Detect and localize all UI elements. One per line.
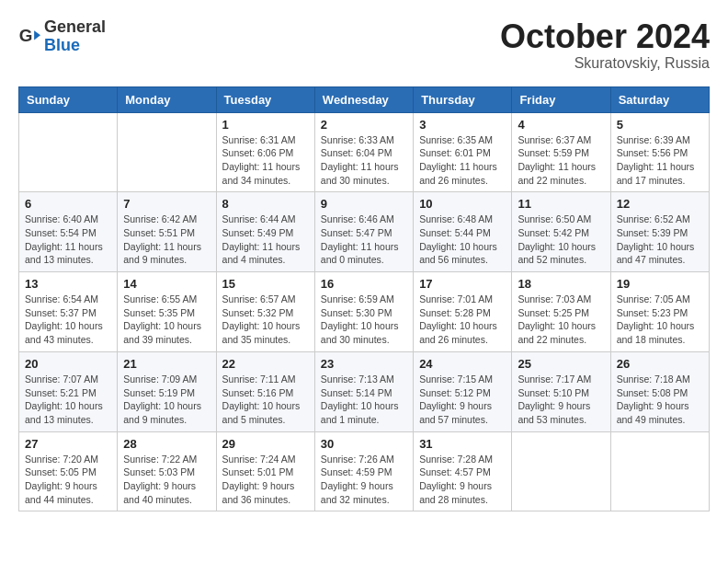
day-info: Sunrise: 7:03 AMSunset: 5:25 PMDaylight:… <box>518 293 604 347</box>
week-row-5: 27Sunrise: 7:20 AMSunset: 5:05 PMDayligh… <box>19 431 710 511</box>
month-title: October 2024 <box>500 18 710 55</box>
logo-general-text: General <box>44 18 106 37</box>
day-info: Sunrise: 6:40 AMSunset: 5:54 PMDaylight:… <box>25 213 111 267</box>
calendar-cell: 15Sunrise: 6:57 AMSunset: 5:32 PMDayligh… <box>216 272 314 352</box>
calendar-cell <box>610 431 709 511</box>
day-info: Sunrise: 6:57 AMSunset: 5:32 PMDaylight:… <box>222 293 309 347</box>
calendar-cell: 25Sunrise: 7:17 AMSunset: 5:10 PMDayligh… <box>512 351 610 431</box>
week-row-4: 20Sunrise: 7:07 AMSunset: 5:21 PMDayligh… <box>19 351 710 431</box>
week-row-2: 6Sunrise: 6:40 AMSunset: 5:54 PMDaylight… <box>19 192 710 272</box>
logo-blue-text: Blue <box>44 37 106 55</box>
day-number: 22 <box>222 357 309 371</box>
day-number: 23 <box>321 357 407 371</box>
day-number: 12 <box>617 197 703 211</box>
day-number: 19 <box>617 277 703 291</box>
calendar-cell: 6Sunrise: 6:40 AMSunset: 5:54 PMDaylight… <box>19 192 118 272</box>
col-monday: Monday <box>118 86 216 112</box>
day-info: Sunrise: 7:11 AMSunset: 5:16 PMDaylight:… <box>222 373 309 427</box>
day-info: Sunrise: 6:37 AMSunset: 5:59 PMDaylight:… <box>518 133 604 188</box>
day-info: Sunrise: 7:22 AMSunset: 5:03 PMDaylight:… <box>123 453 210 507</box>
day-number: 16 <box>321 277 407 291</box>
col-wednesday: Wednesday <box>314 86 413 112</box>
day-info: Sunrise: 7:15 AMSunset: 5:12 PMDaylight:… <box>419 373 506 427</box>
day-number: 25 <box>518 357 604 371</box>
page-header: G General Blue October 2024 Skuratovskiy… <box>18 18 710 72</box>
calendar-cell: 27Sunrise: 7:20 AMSunset: 5:05 PMDayligh… <box>19 431 118 511</box>
calendar-cell: 19Sunrise: 7:05 AMSunset: 5:23 PMDayligh… <box>610 272 709 352</box>
day-number: 3 <box>419 118 506 132</box>
calendar-cell: 8Sunrise: 6:44 AMSunset: 5:49 PMDaylight… <box>216 192 314 272</box>
col-sunday: Sunday <box>19 86 118 112</box>
day-info: Sunrise: 6:39 AMSunset: 5:56 PMDaylight:… <box>617 133 703 188</box>
day-number: 14 <box>123 277 210 291</box>
day-info: Sunrise: 6:44 AMSunset: 5:49 PMDaylight:… <box>222 213 309 267</box>
day-number: 4 <box>518 118 604 132</box>
day-number: 15 <box>222 277 309 291</box>
day-info: Sunrise: 6:59 AMSunset: 5:30 PMDaylight:… <box>321 293 407 347</box>
day-number: 24 <box>419 357 506 371</box>
calendar-cell: 1Sunrise: 6:31 AMSunset: 6:06 PMDaylight… <box>216 112 314 192</box>
svg-text:G: G <box>19 26 33 45</box>
calendar-cell: 23Sunrise: 7:13 AMSunset: 5:14 PMDayligh… <box>314 351 413 431</box>
calendar-table: Sunday Monday Tuesday Wednesday Thursday… <box>18 86 710 512</box>
calendar-cell: 10Sunrise: 6:48 AMSunset: 5:44 PMDayligh… <box>414 192 512 272</box>
calendar-cell: 2Sunrise: 6:33 AMSunset: 6:04 PMDaylight… <box>314 112 413 192</box>
calendar-cell: 26Sunrise: 7:18 AMSunset: 5:08 PMDayligh… <box>610 351 709 431</box>
day-info: Sunrise: 7:05 AMSunset: 5:23 PMDaylight:… <box>617 293 703 347</box>
day-number: 18 <box>518 277 604 291</box>
calendar-cell: 5Sunrise: 6:39 AMSunset: 5:56 PMDaylight… <box>610 112 709 192</box>
logo-icon: G <box>18 26 40 48</box>
calendar-cell <box>512 431 610 511</box>
day-info: Sunrise: 6:35 AMSunset: 6:01 PMDaylight:… <box>419 133 506 188</box>
day-number: 13 <box>25 277 111 291</box>
day-number: 7 <box>123 197 210 211</box>
calendar-cell: 18Sunrise: 7:03 AMSunset: 5:25 PMDayligh… <box>512 272 610 352</box>
day-number: 21 <box>123 357 210 371</box>
day-number: 27 <box>25 437 111 451</box>
calendar-cell: 3Sunrise: 6:35 AMSunset: 6:01 PMDaylight… <box>414 112 512 192</box>
logo: G General Blue <box>18 18 106 55</box>
day-info: Sunrise: 6:55 AMSunset: 5:35 PMDaylight:… <box>123 293 210 347</box>
day-info: Sunrise: 7:13 AMSunset: 5:14 PMDaylight:… <box>321 373 407 427</box>
day-info: Sunrise: 6:48 AMSunset: 5:44 PMDaylight:… <box>419 213 506 267</box>
col-tuesday: Tuesday <box>216 86 314 112</box>
day-info: Sunrise: 7:18 AMSunset: 5:08 PMDaylight:… <box>617 373 703 427</box>
day-info: Sunrise: 7:01 AMSunset: 5:28 PMDaylight:… <box>419 293 506 347</box>
day-number: 30 <box>321 437 407 451</box>
day-number: 10 <box>419 197 506 211</box>
svg-marker-2 <box>34 30 40 40</box>
calendar-cell: 21Sunrise: 7:09 AMSunset: 5:19 PMDayligh… <box>118 351 216 431</box>
calendar-cell: 13Sunrise: 6:54 AMSunset: 5:37 PMDayligh… <box>19 272 118 352</box>
day-number: 20 <box>25 357 111 371</box>
day-info: Sunrise: 7:07 AMSunset: 5:21 PMDaylight:… <box>25 373 111 427</box>
day-info: Sunrise: 7:24 AMSunset: 5:01 PMDaylight:… <box>222 453 309 507</box>
header-row: Sunday Monday Tuesday Wednesday Thursday… <box>19 86 710 112</box>
day-number: 29 <box>222 437 309 451</box>
calendar-cell: 4Sunrise: 6:37 AMSunset: 5:59 PMDaylight… <box>512 112 610 192</box>
calendar-cell: 24Sunrise: 7:15 AMSunset: 5:12 PMDayligh… <box>414 351 512 431</box>
calendar-cell <box>118 112 216 192</box>
day-number: 26 <box>617 357 703 371</box>
day-info: Sunrise: 7:09 AMSunset: 5:19 PMDaylight:… <box>123 373 210 427</box>
day-info: Sunrise: 7:28 AMSunset: 4:57 PMDaylight:… <box>419 453 506 507</box>
week-row-3: 13Sunrise: 6:54 AMSunset: 5:37 PMDayligh… <box>19 272 710 352</box>
calendar-body: 1Sunrise: 6:31 AMSunset: 6:06 PMDaylight… <box>19 112 710 511</box>
day-info: Sunrise: 6:54 AMSunset: 5:37 PMDaylight:… <box>25 293 111 347</box>
day-info: Sunrise: 6:42 AMSunset: 5:51 PMDaylight:… <box>123 213 210 267</box>
calendar-cell: 14Sunrise: 6:55 AMSunset: 5:35 PMDayligh… <box>118 272 216 352</box>
day-number: 6 <box>25 197 111 211</box>
calendar-cell: 12Sunrise: 6:52 AMSunset: 5:39 PMDayligh… <box>610 192 709 272</box>
day-info: Sunrise: 7:20 AMSunset: 5:05 PMDaylight:… <box>25 453 111 507</box>
day-info: Sunrise: 7:17 AMSunset: 5:10 PMDaylight:… <box>518 373 604 427</box>
calendar-cell: 16Sunrise: 6:59 AMSunset: 5:30 PMDayligh… <box>314 272 413 352</box>
day-number: 8 <box>222 197 309 211</box>
calendar-cell: 29Sunrise: 7:24 AMSunset: 5:01 PMDayligh… <box>216 431 314 511</box>
location-text: Skuratovskiy, Russia <box>500 55 710 72</box>
calendar-cell <box>19 112 118 192</box>
day-number: 2 <box>321 118 407 132</box>
day-info: Sunrise: 6:52 AMSunset: 5:39 PMDaylight:… <box>617 213 703 267</box>
calendar-cell: 17Sunrise: 7:01 AMSunset: 5:28 PMDayligh… <box>414 272 512 352</box>
day-number: 11 <box>518 197 604 211</box>
day-number: 1 <box>222 118 309 132</box>
calendar-cell: 20Sunrise: 7:07 AMSunset: 5:21 PMDayligh… <box>19 351 118 431</box>
